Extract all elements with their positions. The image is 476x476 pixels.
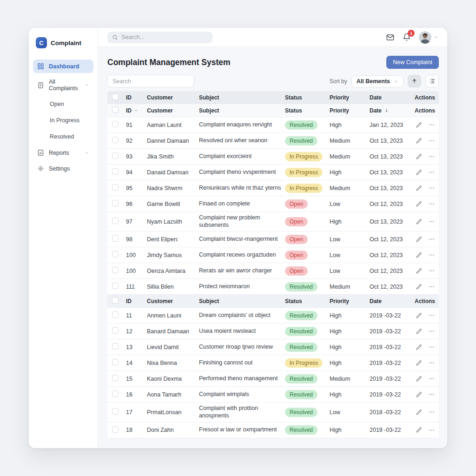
header-cell-date[interactable]: Date <box>370 94 413 101</box>
header-cell-date[interactable]: Date <box>370 107 413 114</box>
edit-icon[interactable] <box>416 409 422 416</box>
sidebar-item-dashboard[interactable]: Dashboard <box>33 60 93 73</box>
header-cell-priority[interactable]: Priority <box>330 94 370 101</box>
global-search[interactable] <box>107 32 212 43</box>
edit-icon[interactable] <box>416 169 422 176</box>
row-checkbox[interactable] <box>112 121 119 127</box>
row-checkbox[interactable] <box>112 267 119 273</box>
header-cell-status[interactable]: Status <box>285 298 330 304</box>
more-actions-icon[interactable] <box>428 427 435 434</box>
header-cell-id[interactable]: ID <box>126 94 147 101</box>
mail-icon[interactable] <box>386 33 395 42</box>
more-actions-icon[interactable] <box>428 375 435 382</box>
header-cell-status[interactable]: Status <box>285 107 330 114</box>
row-checkbox[interactable] <box>112 343 119 350</box>
edit-icon[interactable] <box>416 360 422 366</box>
more-actions-icon[interactable] <box>428 267 435 274</box>
cell-priority: High <box>330 328 370 335</box>
header-cell-priority[interactable]: Priority <box>330 107 370 114</box>
row-checkbox[interactable] <box>112 359 119 365</box>
more-actions-icon[interactable] <box>428 218 435 225</box>
header-cell-subject[interactable]: Subject <box>199 298 285 304</box>
more-actions-icon[interactable] <box>428 200 435 207</box>
row-checkbox[interactable] <box>112 200 119 206</box>
edit-icon[interactable] <box>416 376 422 382</box>
row-checkbox[interactable] <box>112 390 119 397</box>
row-checkbox[interactable] <box>112 168 119 175</box>
header-cell-customer[interactable]: Customer <box>147 298 199 304</box>
row-checkbox[interactable] <box>112 327 119 334</box>
edit-icon[interactable] <box>416 328 422 335</box>
cell-date: Oct 13, 2023 <box>370 218 413 225</box>
row-checkbox[interactable] <box>112 311 119 318</box>
edit-icon[interactable] <box>416 201 422 207</box>
cell-subject: Finishing canrost out <box>199 357 285 369</box>
edit-icon[interactable] <box>416 268 422 274</box>
cell-actions <box>413 218 439 225</box>
sidebar-item-in-progress[interactable]: In Progress <box>33 113 93 127</box>
more-actions-icon[interactable] <box>428 169 435 176</box>
header-cell-status[interactable]: Status <box>285 94 330 101</box>
edit-icon[interactable] <box>416 218 422 225</box>
edit-icon[interactable] <box>416 236 422 243</box>
row-checkbox[interactable] <box>112 251 119 258</box>
edit-icon[interactable] <box>416 122 422 128</box>
header-cell-priority[interactable]: Priority <box>330 298 370 304</box>
more-actions-icon[interactable] <box>428 409 435 416</box>
more-actions-icon[interactable] <box>428 121 435 128</box>
row-checkbox[interactable] <box>112 235 119 242</box>
edit-icon[interactable] <box>416 138 422 144</box>
more-actions-icon[interactable] <box>428 236 435 243</box>
sort-direction-button[interactable] <box>408 75 421 87</box>
user-menu[interactable] <box>419 31 438 44</box>
header-cell-id[interactable]: ID <box>126 107 147 114</box>
edit-icon[interactable] <box>416 252 422 258</box>
row-checkbox[interactable] <box>112 283 119 289</box>
more-actions-icon[interactable] <box>428 328 435 335</box>
more-actions-icon[interactable] <box>428 359 435 366</box>
row-checkbox[interactable] <box>112 218 119 224</box>
cell-subject: Performed theno management <box>199 373 285 385</box>
more-actions-icon[interactable] <box>428 312 435 319</box>
sidebar-item-open[interactable]: Open <box>33 97 93 111</box>
row-checkbox[interactable] <box>112 408 119 415</box>
more-actions-icon[interactable] <box>428 185 435 192</box>
more-actions-icon[interactable] <box>428 391 435 398</box>
row-checkbox[interactable] <box>112 184 119 191</box>
select-all-checkbox[interactable] <box>112 297 119 304</box>
row-checkbox[interactable] <box>112 152 119 159</box>
header-cell-customer[interactable]: Customer <box>147 94 199 101</box>
edit-icon[interactable] <box>416 153 422 160</box>
row-checkbox[interactable] <box>112 426 119 433</box>
edit-icon[interactable] <box>416 427 422 433</box>
edit-icon[interactable] <box>416 391 422 398</box>
list-view-button[interactable] <box>425 75 439 87</box>
global-search-input[interactable] <box>121 34 208 40</box>
notifications-button[interactable]: 1 <box>403 33 411 41</box>
edit-icon[interactable] <box>416 312 422 319</box>
more-actions-icon[interactable] <box>428 153 435 160</box>
more-actions-icon[interactable] <box>428 344 435 350</box>
sidebar-item-all-complaints[interactable]: All Complaints <box>33 75 93 95</box>
sidebar-item-reports[interactable]: Reports <box>33 146 93 159</box>
header-cell-subject[interactable]: Subject <box>199 107 285 114</box>
sort-dropdown[interactable]: All Bements <box>351 75 403 87</box>
new-complaint-button[interactable]: New Complaint <box>386 56 439 69</box>
header-cell-id[interactable]: ID <box>126 298 147 304</box>
select-all-checkbox[interactable] <box>112 106 119 113</box>
row-checkbox[interactable] <box>112 375 119 381</box>
row-checkbox[interactable] <box>112 137 119 143</box>
header-cell-customer[interactable]: Customer <box>147 107 199 114</box>
edit-icon[interactable] <box>416 185 422 192</box>
edit-icon[interactable] <box>416 344 422 350</box>
sidebar-item-resolved[interactable]: Resolved <box>33 130 93 144</box>
header-cell-subject[interactable]: Subject <box>199 94 285 101</box>
header-cell-date[interactable]: Date <box>370 298 413 304</box>
more-actions-icon[interactable] <box>428 137 435 144</box>
select-all-checkbox[interactable] <box>112 93 119 100</box>
more-actions-icon[interactable] <box>428 283 435 290</box>
table-search-input[interactable] <box>107 75 194 87</box>
sidebar-item-settings[interactable]: Settings <box>33 162 93 175</box>
edit-icon[interactable] <box>416 284 422 290</box>
more-actions-icon[interactable] <box>428 251 435 258</box>
